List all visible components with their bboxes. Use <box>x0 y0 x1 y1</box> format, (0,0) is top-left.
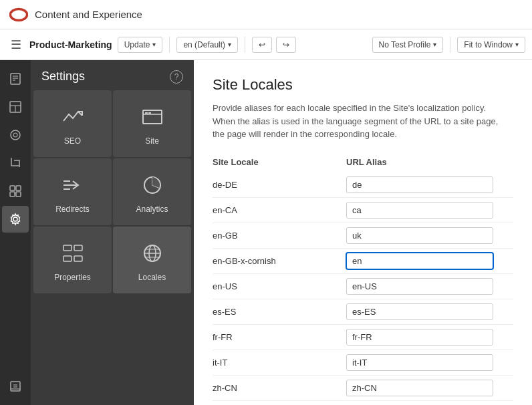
nav-theme[interactable] <box>2 178 29 205</box>
alias-input[interactable] <box>346 253 493 269</box>
content-area: Site Locales Provide aliases for each lo… <box>194 60 532 405</box>
svg-rect-31 <box>63 256 72 261</box>
alias-input[interactable] <box>346 303 493 320</box>
app-name: Content and Experience <box>35 9 142 20</box>
settings-help-button[interactable]: ? <box>170 70 183 84</box>
svg-point-8 <box>11 130 20 140</box>
no-test-profile-button[interactable]: No Test Profile ▾ <box>372 37 444 53</box>
separator-3 <box>450 37 450 53</box>
site-card[interactable]: Site <box>113 90 191 157</box>
redo-button[interactable]: ↪ <box>276 37 296 53</box>
alias-cell[interactable] <box>346 299 513 324</box>
table-row: en-GB-x-cornish <box>213 248 513 273</box>
redirects-card[interactable]: Redirects <box>33 158 112 225</box>
svg-point-0 <box>10 9 27 20</box>
toolbar: ☰ Product-Marketing Update ▾ en (Default… <box>0 29 532 60</box>
page-title: Site Locales <box>213 76 513 94</box>
crop-icon <box>9 156 22 170</box>
alias-input[interactable] <box>346 380 493 396</box>
alias-cell[interactable] <box>346 172 513 198</box>
nav-components[interactable] <box>2 122 29 148</box>
settings-panel: Settings ? SEO <box>31 60 194 405</box>
redirects-label: Redirects <box>55 205 90 214</box>
alias-cell[interactable] <box>346 273 513 299</box>
table-row: en-CA <box>213 197 513 223</box>
alias-input[interactable] <box>346 354 493 371</box>
menu-button[interactable]: ☰ <box>7 33 25 56</box>
alias-input[interactable] <box>346 227 493 244</box>
seo-card[interactable]: SEO <box>33 90 112 157</box>
svg-rect-22 <box>148 112 151 114</box>
svg-rect-32 <box>74 256 82 261</box>
locale-cell: en-CA <box>213 197 346 223</box>
properties-card[interactable]: Properties <box>33 227 112 293</box>
settings-icon <box>9 213 22 226</box>
main-layout: Settings ? SEO <box>0 60 532 405</box>
locales-card[interactable]: Locales <box>113 227 191 293</box>
redirects-icon <box>61 173 85 200</box>
layout-icon <box>9 100 22 114</box>
col-header-locale: Site Locale <box>213 154 346 172</box>
table-row: en-US <box>213 273 513 299</box>
locales-icon <box>140 241 164 269</box>
table-row: fr-FR <box>213 324 513 350</box>
svg-rect-1 <box>11 74 20 84</box>
alias-input[interactable] <box>346 176 493 193</box>
col-header-alias: URL Alias <box>346 154 513 172</box>
seo-label: SEO <box>64 136 81 146</box>
locale-cell: en-US <box>213 273 346 299</box>
hamburger-icon: ☰ <box>11 38 21 51</box>
locale-cell: fr-FR <box>213 324 346 350</box>
table-row: de-DE <box>213 172 513 198</box>
locale-cell: it-IT <box>213 350 346 375</box>
undo-button[interactable]: ↩ <box>252 37 272 53</box>
locale-cell: en-GB-x-cornish <box>213 248 346 273</box>
nav-settings[interactable] <box>2 206 29 233</box>
properties-icon <box>61 241 85 269</box>
site-label: Site <box>145 136 159 146</box>
undo-icon: ↩ <box>259 40 265 49</box>
site-name: Product-Marketing <box>29 39 112 50</box>
icon-nav <box>0 60 31 405</box>
settings-grid: SEO Site <box>31 90 194 293</box>
site-icon <box>140 105 164 132</box>
svg-rect-29 <box>63 245 72 251</box>
nav-export[interactable] <box>2 373 29 400</box>
properties-label: Properties <box>54 273 91 282</box>
nav-crop[interactable] <box>2 150 29 176</box>
fit-to-window-button[interactable]: Fit to Window ▾ <box>457 37 525 53</box>
oracle-logo <box>9 5 28 24</box>
fit-window-dropdown-arrow: ▾ <box>515 41 519 48</box>
alias-input[interactable] <box>346 278 493 295</box>
locale-dropdown-arrow: ▾ <box>228 41 231 48</box>
alias-cell[interactable] <box>346 223 513 248</box>
svg-point-9 <box>13 133 17 137</box>
analytics-label: Analytics <box>136 205 168 214</box>
analytics-card[interactable]: Analytics <box>113 158 191 225</box>
svg-rect-21 <box>145 112 148 114</box>
content-description: Provide aliases for each locale specifie… <box>213 102 507 141</box>
theme-icon <box>9 184 22 198</box>
test-profile-dropdown-arrow: ▾ <box>433 41 436 48</box>
locales-label: Locales <box>138 273 166 282</box>
alias-cell[interactable] <box>346 248 513 273</box>
locale-cell: zh-CN <box>213 375 346 400</box>
locale-dropdown[interactable]: en (Default) ▾ <box>176 37 238 53</box>
locale-cell: en-GB <box>213 223 346 248</box>
svg-rect-13 <box>16 192 21 196</box>
alias-cell[interactable] <box>346 375 513 400</box>
settings-title: Settings <box>41 70 85 84</box>
update-button[interactable]: Update ▾ <box>118 37 163 53</box>
alias-input[interactable] <box>346 329 493 346</box>
svg-rect-12 <box>10 192 15 196</box>
alias-cell[interactable] <box>346 324 513 350</box>
nav-pages[interactable] <box>2 65 29 92</box>
locale-table: Site Locale URL Alias de-DEen-CAen-GBen-… <box>213 154 513 401</box>
alias-input[interactable] <box>346 202 493 219</box>
nav-layout[interactable] <box>2 94 29 120</box>
svg-rect-11 <box>16 186 21 190</box>
table-row: en-GB <box>213 223 513 248</box>
alias-cell[interactable] <box>346 350 513 375</box>
alias-cell[interactable] <box>346 197 513 223</box>
table-row: zh-CN <box>213 375 513 400</box>
